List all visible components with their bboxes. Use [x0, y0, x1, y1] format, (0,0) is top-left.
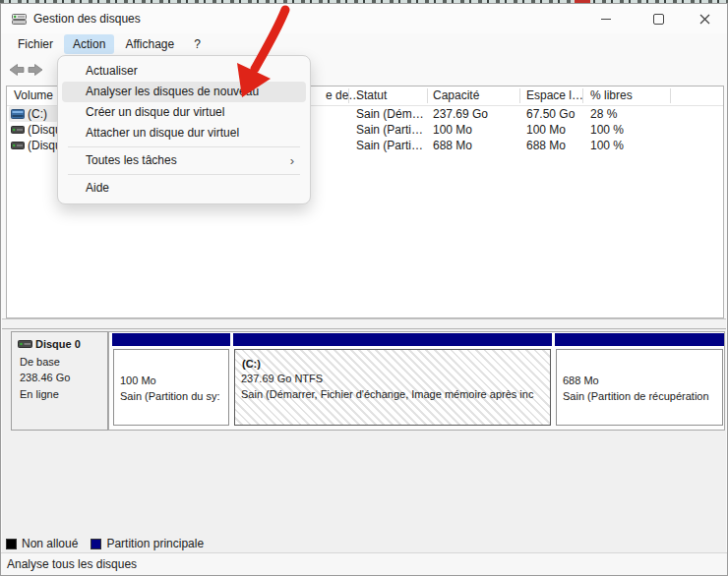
- minimize-button[interactable]: [583, 4, 629, 33]
- cell-statut: Sain (Dém…: [356, 106, 424, 122]
- legend-unallocated-label: Non alloué: [22, 537, 78, 550]
- partition-status: Sain (Démarrer, Fichier d'échange, Image…: [241, 388, 533, 400]
- partition-system[interactable]: 100 Mo Sain (Partition du sy:: [112, 333, 230, 429]
- disk0-header[interactable]: Disque 0 De base 238.46 Go En ligne: [11, 331, 108, 431]
- menu-help[interactable]: ?: [185, 34, 210, 54]
- partition-size: 688 Mo: [563, 374, 599, 386]
- disk-name: Disque 0: [35, 338, 81, 350]
- partition-c[interactable]: (C:) 237.69 Go NTFS Sain (Démarrer, Fich…: [233, 333, 552, 429]
- column-separator[interactable]: [519, 88, 520, 103]
- column-separator[interactable]: [582, 88, 583, 103]
- submenu-arrow-icon: ›: [290, 150, 294, 171]
- partition-box-selected: (C:) 237.69 Go NTFS Sain (Démarrer, Fich…: [234, 349, 551, 426]
- legend: Non alloué Partition principale: [6, 535, 204, 552]
- action-dropdown-menu: Actualiser Analyser les disques de nouve…: [57, 55, 311, 204]
- disk-type: De base: [20, 356, 60, 368]
- partition-status: Sain (Partition de récupération: [563, 390, 709, 402]
- disk0-strip: Disque 0 De base 238.46 Go En ligne 100 …: [11, 331, 725, 431]
- menu-item-creer-vhd[interactable]: Créer un disque dur virtuel: [62, 102, 306, 123]
- forward-arrow-icon: [28, 63, 43, 77]
- partition-color-bar: [112, 333, 230, 346]
- menu-action[interactable]: Action: [64, 34, 114, 54]
- forward-button[interactable]: [27, 61, 44, 79]
- cell-espace-libre: 100 Mo: [526, 122, 566, 138]
- menu-item-toutes-les-taches[interactable]: Toutes les tâches ›: [62, 150, 306, 171]
- window-title: Gestion des disques: [33, 12, 141, 26]
- disk-status: En ligne: [20, 388, 59, 400]
- menu-item-analyser-disques[interactable]: Analyser les disques de nouveau: [62, 82, 306, 102]
- graphical-view-pane: Disque 0 De base 238.46 Go En ligne 100 …: [2, 329, 726, 552]
- menu-item-attacher-vhd[interactable]: Attacher un disque dur virtuel: [62, 123, 306, 144]
- partition-title: (C:): [242, 358, 261, 370]
- cell-volume: (C:): [28, 106, 47, 122]
- cell-capacite: 237.69 Go: [433, 106, 488, 122]
- cell-pct-libre: 100 %: [590, 122, 624, 138]
- maximize-icon: [653, 14, 664, 25]
- volume-icon: [11, 141, 25, 150]
- cell-capacite: 100 Mo: [433, 122, 472, 138]
- menu-affichage[interactable]: Affichage: [116, 34, 183, 54]
- cell-espace-libre: 67.50 Go: [526, 106, 575, 122]
- menu-item-label: Toutes les tâches: [86, 153, 177, 167]
- column-separator[interactable]: [427, 88, 428, 103]
- cell-statut: Sain (Parti…: [356, 138, 423, 153]
- legend-unallocated-swatch: [6, 539, 17, 549]
- title-bar: Gestion des disques: [1, 4, 727, 33]
- partition-box: 100 Mo Sain (Partition du sy:: [113, 349, 229, 426]
- legend-primary-swatch: [91, 539, 101, 549]
- header-pct-libres[interactable]: % libres: [590, 88, 633, 102]
- partition-box: 688 Mo Sain (Partition de récupération: [556, 349, 723, 426]
- menu-item-actualiser[interactable]: Actualiser: [62, 61, 306, 82]
- partition-color-bar: [233, 333, 552, 346]
- cell-espace-libre: 688 Mo: [526, 138, 566, 153]
- back-arrow-icon: [9, 63, 25, 77]
- partition-size: 237.69 Go NTFS: [241, 373, 323, 384]
- cell-pct-libre: 28 %: [590, 106, 617, 122]
- menu-fichier[interactable]: Fichier: [9, 34, 62, 54]
- cell-capacite: 688 Mo: [433, 138, 472, 153]
- menu-separator: [68, 146, 300, 147]
- disk-size: 238.46 Go: [20, 372, 70, 383]
- column-separator[interactable]: [348, 88, 349, 103]
- disk-management-window: Gestion des disques Fichier Action Affic…: [0, 3, 728, 576]
- header-volume[interactable]: Volume: [14, 88, 53, 102]
- menu-bar: Fichier Action Affichage ?: [1, 33, 727, 55]
- status-bar: Analyse tous les disques: [1, 552, 727, 575]
- partition-recovery[interactable]: 688 Mo Sain (Partition de récupération: [555, 333, 724, 429]
- disk-management-screen: Gestion des disques Fichier Action Affic…: [0, 0, 728, 576]
- partition-size: 100 Mo: [120, 374, 156, 386]
- menu-separator: [68, 174, 300, 175]
- back-button[interactable]: [8, 61, 26, 79]
- pane-splitter[interactable]: [2, 318, 726, 329]
- cell-statut: Sain (Parti…: [356, 122, 423, 138]
- disk-icon: [18, 339, 32, 349]
- header-capacite[interactable]: Capacité: [433, 88, 479, 102]
- close-button[interactable]: [682, 4, 727, 33]
- menu-item-aide[interactable]: Aide: [62, 178, 306, 199]
- disk-drive-icon: [12, 12, 27, 29]
- volume-icon: [11, 125, 25, 135]
- column-separator[interactable]: [670, 88, 671, 103]
- close-icon: [699, 14, 710, 25]
- minimize-icon: [601, 19, 611, 20]
- partition-status: Sain (Partition du sy:: [120, 390, 220, 402]
- maximize-button[interactable]: [636, 4, 681, 33]
- cell-pct-libre: 100 %: [590, 138, 624, 153]
- header-statut[interactable]: Statut: [356, 88, 387, 102]
- partition-color-bar: [555, 333, 724, 346]
- header-espace-libre[interactable]: Espace l…: [526, 88, 583, 102]
- legend-primary-label: Partition principale: [106, 537, 204, 550]
- volume-c-icon: [11, 109, 25, 119]
- status-text: Analyse tous les disques: [7, 557, 137, 571]
